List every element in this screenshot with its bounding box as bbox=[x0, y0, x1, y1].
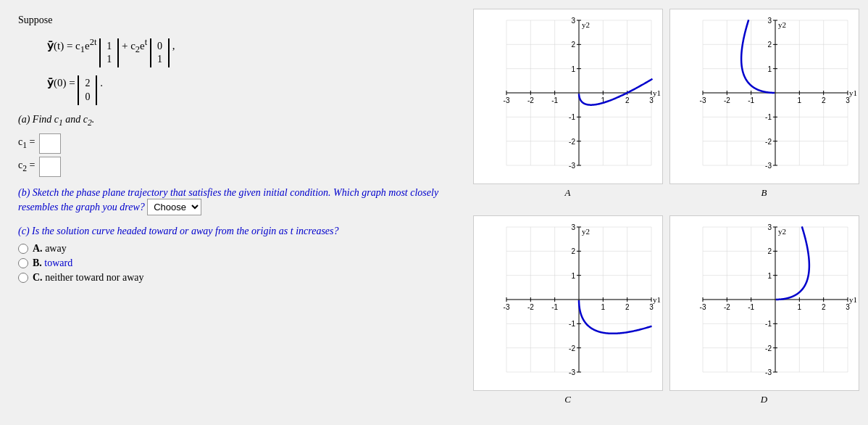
option-a-label: A. away bbox=[33, 243, 67, 255]
c2-input[interactable] bbox=[39, 157, 61, 177]
equation-line1: ȳ(t) = c1e2t 1 1 + c2et 0 1 , bbox=[47, 33, 446, 67]
option-b-label: B. toward bbox=[33, 257, 72, 269]
graph-a-container: A bbox=[470, 6, 666, 212]
matrix1: 1 1 bbox=[99, 38, 119, 67]
c1-label: c1 = bbox=[18, 136, 35, 150]
radio-away[interactable] bbox=[18, 244, 28, 254]
matrix3: 2 0 bbox=[78, 75, 97, 104]
option-c: C. neither toward nor away bbox=[18, 272, 446, 284]
part-b: (b) Sketch the phase plane trajectory th… bbox=[18, 187, 446, 215]
choose-wrapper: Choose A B C D bbox=[147, 202, 201, 212]
graph-c-container: C bbox=[470, 212, 666, 419]
c1-input[interactable] bbox=[39, 133, 61, 154]
option-c-label: C. neither toward nor away bbox=[33, 272, 144, 284]
radio-toward[interactable] bbox=[18, 258, 28, 268]
graph-b bbox=[669, 9, 859, 184]
left-panel: Suppose ȳ(t) = c1e2t 1 1 + c2et 0 1 , ȳ(… bbox=[0, 0, 464, 425]
graph-c bbox=[473, 215, 663, 391]
c2-label: c2 = bbox=[18, 160, 35, 173]
c2-row: c2 = bbox=[18, 157, 446, 177]
graph-b-container: B bbox=[666, 6, 862, 212]
equation-line2: ȳ(0) = 2 0 . bbox=[47, 72, 446, 104]
part-a: (a) Find c1 and c2. c1 = c2 = bbox=[18, 114, 446, 177]
c1-row: c1 = bbox=[18, 133, 446, 154]
matrix2: 0 1 bbox=[150, 38, 170, 67]
suppose-text: Suppose bbox=[18, 15, 446, 26]
graph-a-label: A bbox=[565, 187, 571, 199]
option-b: B. toward bbox=[18, 257, 446, 269]
radio-neither[interactable] bbox=[18, 273, 28, 283]
graph-d-label: D bbox=[761, 394, 767, 405]
part-a-title: (a) Find c1 and c2. bbox=[18, 114, 446, 128]
part-c-heading: (c) Is the solution curve headed toward … bbox=[18, 226, 446, 237]
equation-block: ȳ(t) = c1e2t 1 1 + c2et 0 1 , ȳ(0) = 2 0… bbox=[47, 33, 446, 105]
right-panel: A B C D bbox=[464, 0, 868, 425]
graph-b-label: B bbox=[761, 187, 767, 199]
graph-d-container: D bbox=[666, 212, 862, 419]
graph-c-label: C bbox=[564, 394, 571, 405]
option-a: A. away bbox=[18, 243, 446, 255]
part-c: (c) Is the solution curve headed toward … bbox=[18, 226, 446, 284]
graph-a bbox=[473, 9, 663, 184]
part-b-text: (b) Sketch the phase plane trajectory th… bbox=[18, 187, 438, 212]
graph-d bbox=[669, 215, 859, 391]
choose-select[interactable]: Choose A B C D bbox=[147, 199, 201, 215]
